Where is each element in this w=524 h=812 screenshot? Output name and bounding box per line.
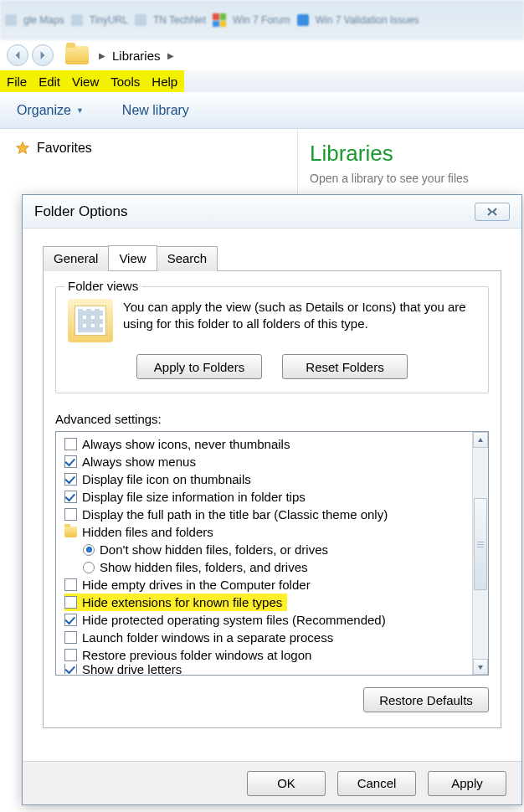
- browser-tab[interactable]: Win 7 Validation Issues: [316, 14, 419, 26]
- setting-label: Show hidden files, folders, and drives: [100, 558, 307, 576]
- menu-file[interactable]: File: [7, 75, 27, 89]
- group-title: Folder views: [64, 279, 141, 293]
- apply-to-folders-button[interactable]: Apply to Folders: [136, 354, 262, 379]
- apply-button[interactable]: Apply: [428, 771, 506, 796]
- menu-view[interactable]: View: [72, 75, 99, 89]
- menu-tools[interactable]: Tools: [110, 75, 140, 89]
- scroll-up-button[interactable]: [473, 432, 488, 448]
- setting-label: Don't show hidden files, folders, or dri…: [100, 541, 328, 558]
- setting-row[interactable]: Show hidden files, folders, and drives: [64, 558, 472, 576]
- setting-label: Restore previous folder windows at logon: [82, 646, 311, 664]
- browser-tab-strip: gle Maps TinyURL TN TechNet Win 7 Forum …: [0, 0, 524, 40]
- sidebar-favorites[interactable]: Favorites: [15, 141, 282, 156]
- setting-label: Hide extensions for known file types: [82, 594, 282, 611]
- radio[interactable]: [83, 562, 95, 573]
- breadcrumb[interactable]: ▶ Libraries ▶: [99, 49, 174, 63]
- folder-options-dialog: Folder Options General View Search Folde…: [22, 194, 522, 805]
- setting-row[interactable]: Always show menus: [64, 453, 472, 470]
- setting-row[interactable]: Hidden files and folders: [64, 523, 472, 541]
- folder-views-icon: [68, 299, 113, 342]
- checkbox[interactable]: [64, 473, 77, 486]
- browser-tab[interactable]: TinyURL: [90, 14, 128, 26]
- setting-label: Display file size information in folder …: [82, 488, 306, 506]
- checkbox[interactable]: [64, 614, 77, 626]
- nav-forward-button[interactable]: [32, 44, 54, 66]
- checkbox[interactable]: [64, 455, 77, 468]
- setting-row[interactable]: Always show icons, never thumbnails: [64, 435, 472, 453]
- new-library-label: New library: [122, 103, 189, 118]
- page-title: Libraries: [310, 141, 512, 167]
- dialog-titlebar: Folder Options: [23, 195, 521, 229]
- checkbox[interactable]: [64, 649, 77, 661]
- checkbox[interactable]: [64, 508, 77, 521]
- setting-label: Hide protected operating system files (R…: [82, 611, 386, 629]
- setting-row[interactable]: Restore previous folder windows at logon: [64, 646, 472, 664]
- setting-label: Show drive letters: [82, 664, 182, 674]
- menu-help[interactable]: Help: [152, 75, 177, 89]
- browser-tab[interactable]: TN TechNet: [153, 14, 206, 26]
- setting-label: Launch folder windows in a separate proc…: [82, 629, 333, 646]
- breadcrumb-item[interactable]: Libraries: [112, 49, 161, 63]
- setting-row[interactable]: Display the full path in the title bar (…: [64, 506, 472, 523]
- restore-defaults-button[interactable]: Restore Defaults: [363, 687, 489, 712]
- nav-back-button[interactable]: [7, 44, 28, 66]
- scroll-thumb[interactable]: [474, 498, 487, 590]
- setting-label: Display file icon on thumbnails: [82, 470, 251, 488]
- checkbox[interactable]: [64, 438, 77, 450]
- organize-menu[interactable]: Organize ▼: [17, 103, 84, 118]
- chevron-right-icon: ▶: [167, 51, 174, 60]
- radio[interactable]: [83, 544, 95, 556]
- checkbox[interactable]: [64, 491, 77, 503]
- reset-folders-button[interactable]: Reset Folders: [282, 354, 408, 379]
- tab-search[interactable]: Search: [157, 246, 218, 271]
- scrollbar[interactable]: [472, 432, 488, 675]
- setting-row[interactable]: Hide extensions for known file types: [64, 594, 287, 611]
- organize-label: Organize: [17, 103, 71, 118]
- folder-views-text: You can apply the view (such as Details …: [123, 299, 476, 333]
- browser-tab[interactable]: gle Maps: [23, 14, 64, 26]
- tab-general[interactable]: General: [43, 246, 109, 271]
- scroll-down-button[interactable]: [473, 659, 488, 675]
- scroll-track[interactable]: [473, 448, 488, 659]
- setting-label: Display the full path in the title bar (…: [82, 506, 388, 523]
- dialog-footer: OK Cancel Apply: [23, 761, 521, 804]
- browser-favicon: [135, 14, 146, 26]
- advanced-settings-list[interactable]: Always show icons, never thumbnailsAlway…: [56, 432, 472, 675]
- ms-logo-icon: [213, 13, 226, 27]
- new-library-button[interactable]: New library: [122, 103, 189, 118]
- setting-row[interactable]: Display file icon on thumbnails: [64, 470, 472, 488]
- favorites-label: Favorites: [37, 141, 92, 156]
- folder-icon: [64, 527, 77, 537]
- close-button[interactable]: [475, 203, 510, 221]
- close-icon: [486, 207, 498, 217]
- browser-tab[interactable]: Win 7 Forum: [233, 14, 290, 26]
- tab-strip: General View Search: [43, 245, 501, 271]
- checkbox[interactable]: [64, 631, 77, 644]
- tab-view[interactable]: View: [108, 245, 157, 270]
- setting-row[interactable]: Display file size information in folder …: [64, 488, 472, 506]
- page-subtitle: Open a library to see your files: [310, 172, 512, 185]
- setting-label: Always show icons, never thumbnails: [82, 435, 290, 453]
- setting-label: Hidden files and folders: [82, 523, 213, 541]
- setting-label: Always show menus: [82, 453, 196, 470]
- ok-button[interactable]: OK: [247, 771, 326, 796]
- chevron-right-icon: ▶: [99, 51, 105, 60]
- checkbox[interactable]: [64, 578, 77, 591]
- checkbox[interactable]: [64, 596, 77, 609]
- advanced-settings-label: Advanced settings:: [55, 412, 489, 426]
- setting-row[interactable]: Launch folder windows in a separate proc…: [64, 629, 472, 646]
- menubar-spacer: [184, 70, 524, 92]
- browser-favicon: [297, 14, 309, 26]
- setting-row[interactable]: Hide empty drives in the Computer folder: [64, 576, 472, 594]
- folder-icon[interactable]: [65, 46, 89, 64]
- setting-label: Hide empty drives in the Computer folder: [82, 576, 311, 594]
- setting-row[interactable]: Hide protected operating system files (R…: [64, 611, 472, 629]
- command-bar: Organize ▼ New library: [0, 92, 524, 129]
- cancel-button[interactable]: Cancel: [337, 771, 416, 796]
- menubar: File Edit View Tools Help: [0, 70, 184, 92]
- setting-row[interactable]: Show drive letters: [64, 664, 472, 674]
- checkbox[interactable]: [64, 664, 77, 674]
- tab-panel-view: Folder views You can apply the view (suc…: [43, 271, 501, 728]
- setting-row[interactable]: Don't show hidden files, folders, or dri…: [64, 541, 472, 558]
- menu-edit[interactable]: Edit: [39, 75, 60, 89]
